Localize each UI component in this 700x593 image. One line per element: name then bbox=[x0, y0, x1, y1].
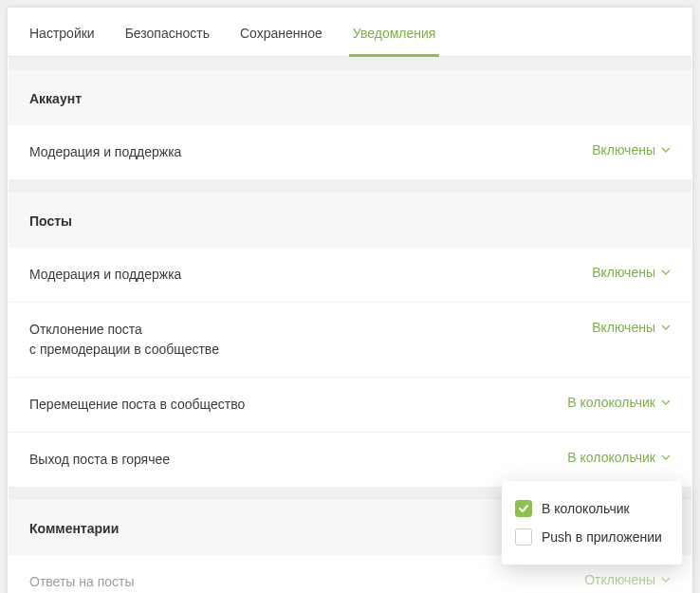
row-value-text: В колокольчик bbox=[567, 450, 655, 465]
chevron-down-icon bbox=[661, 453, 671, 462]
row-value-text: В колокольчик bbox=[567, 395, 655, 410]
tab-settings[interactable]: Настройки bbox=[9, 9, 110, 56]
row-value-text: Включены bbox=[592, 142, 655, 158]
row-posts-moderation: Модерация и поддержка Включены bbox=[9, 248, 691, 302]
settings-panel: Настройки Безопасность Сохраненное Уведо… bbox=[8, 8, 692, 593]
row-account-moderation: Модерация и поддержка Включены bbox=[9, 125, 691, 179]
row-value-text: Отключены bbox=[584, 572, 655, 587]
section-posts-rows: Модерация и поддержка Включены Отклонени… bbox=[9, 248, 691, 487]
section-account-title: Аккаунт bbox=[9, 70, 691, 125]
row-label: Перемещение поста в сообщество bbox=[29, 395, 245, 415]
row-value-toggle[interactable]: Включены bbox=[592, 265, 671, 280]
row-value-text: Включены bbox=[592, 265, 655, 280]
option-label: Push в приложении bbox=[542, 529, 662, 545]
row-value-toggle[interactable]: Отключены bbox=[584, 572, 671, 587]
checkbox-unchecked-icon bbox=[515, 528, 532, 546]
row-value-toggle[interactable]: В колокольчик bbox=[567, 395, 671, 410]
section-account-rows: Модерация и поддержка Включены bbox=[9, 125, 691, 179]
tab-saved[interactable]: Сохраненное bbox=[225, 9, 338, 56]
section-posts-title: Посты bbox=[9, 193, 691, 248]
chevron-down-icon bbox=[661, 398, 671, 407]
chevron-down-icon bbox=[661, 323, 671, 332]
option-bell[interactable]: В колокольчик bbox=[515, 494, 669, 523]
tab-security[interactable]: Безопасность bbox=[110, 9, 225, 56]
chevron-down-icon bbox=[661, 575, 671, 584]
row-posts-hot: Выход поста в горячее В колокольчик bbox=[9, 432, 691, 487]
row-value-toggle[interactable]: Включены bbox=[592, 320, 671, 335]
row-value-toggle[interactable]: В колокольчик bbox=[567, 450, 671, 465]
row-posts-move: Перемещение поста в сообщество В колокол… bbox=[9, 377, 691, 432]
row-label: Выход поста в горячее bbox=[29, 450, 170, 470]
option-label: В колокольчик bbox=[542, 501, 630, 516]
row-label: Модерация и поддержка bbox=[29, 142, 181, 162]
notification-options-dropdown: В колокольчик Push в приложении bbox=[502, 481, 682, 565]
row-value-toggle[interactable]: Включены bbox=[592, 142, 671, 158]
row-label: Ответы на посты bbox=[29, 572, 135, 592]
row-posts-rejection: Отклонение поста с премодерации в сообще… bbox=[9, 302, 691, 377]
tab-notifications[interactable]: Уведомления bbox=[338, 9, 451, 56]
row-value-text: Включены bbox=[592, 320, 655, 335]
row-label: Отклонение поста с премодерации в сообще… bbox=[29, 320, 219, 360]
chevron-down-icon bbox=[661, 268, 671, 277]
chevron-down-icon bbox=[661, 145, 671, 155]
checkbox-checked-icon bbox=[515, 500, 532, 517]
tabs-bar: Настройки Безопасность Сохраненное Уведо… bbox=[9, 9, 691, 57]
row-label: Модерация и поддержка bbox=[29, 265, 181, 285]
option-push[interactable]: Push в приложении bbox=[515, 523, 669, 551]
